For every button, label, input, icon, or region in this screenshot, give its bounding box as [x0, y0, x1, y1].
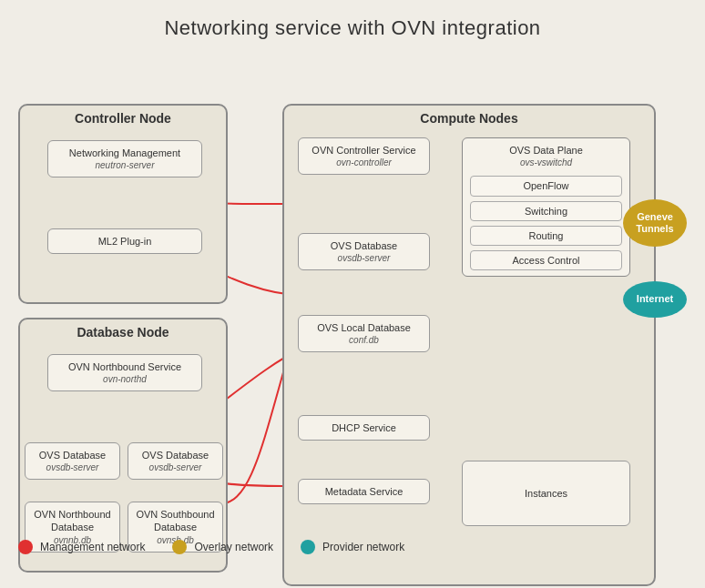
ovs-local-db-box: OVS Local Database conf.db	[298, 315, 430, 352]
legend-provider: Provider network	[301, 540, 404, 554]
database-node-title: Database Node	[20, 319, 226, 343]
metadata-service-box: Metadata Service	[298, 479, 430, 504]
controller-node-title: Controller Node	[20, 106, 226, 129]
routing-box: Routing	[470, 226, 622, 246]
geneve-tunnels-label: Geneve Tunnels	[623, 199, 687, 247]
dhcp-service-box: DHCP Service	[298, 415, 430, 441]
ovs-database-compute-box: OVS Database ovsdb-server	[298, 233, 430, 270]
legend-management: Management network	[18, 540, 145, 554]
management-dot	[18, 540, 33, 554]
ovs-db-left-box: OVS Database ovsdb-server	[25, 442, 120, 480]
ovs-db-right-box: OVS Database ovsdb-server	[128, 442, 223, 480]
internet-label: Internet	[623, 281, 687, 318]
overlay-dot	[172, 540, 187, 554]
legend: Management network Overlay network Provi…	[18, 540, 404, 554]
switching-box: Switching	[470, 201, 622, 221]
networking-mgmt-box: Networking Management neutron-server	[47, 140, 202, 177]
legend-overlay: Overlay network	[172, 540, 273, 554]
instances-box: Instances	[462, 461, 630, 526]
provider-dot	[301, 540, 315, 554]
database-node: Database Node OVN Northbound Service ovn…	[18, 318, 228, 573]
ml2-plugin-box: ML2 Plug-in	[47, 228, 202, 254]
controller-node: Controller Node Networking Management ne…	[18, 104, 228, 304]
openflow-box: OpenFlow	[470, 176, 622, 196]
compute-node-title: Compute Nodes	[284, 106, 654, 129]
ovs-data-plane-box: OVS Data Plane ovs-vswitchd OpenFlow Swi…	[462, 137, 630, 277]
main-title: Networking service with OVN integration	[0, 0, 705, 49]
compute-node: Compute Nodes OVN Controller Service ovn…	[282, 104, 656, 586]
access-control-box: Access Control	[470, 250, 622, 270]
ovn-northbound-service-box: OVN Northbound Service ovn-northd	[47, 354, 202, 391]
ovn-controller-box: OVN Controller Service ovn-controller	[298, 137, 430, 175]
